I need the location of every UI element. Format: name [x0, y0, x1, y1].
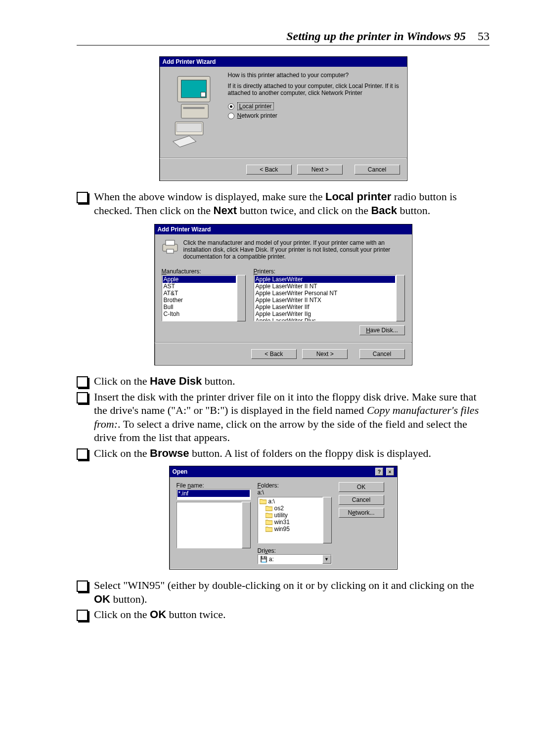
radio-dot-icon	[228, 103, 234, 110]
back-button[interactable]: < Back	[246, 165, 292, 175]
list-item[interactable]: AT&T	[163, 290, 236, 297]
svg-marker-7	[173, 136, 196, 147]
checkbox-bullet-icon	[77, 376, 88, 388]
help-button[interactable]: ?	[375, 468, 383, 476]
list-item[interactable]: Apple LaserWriter II NT	[255, 283, 395, 290]
page-number: 53	[478, 30, 490, 43]
header-rule	[77, 45, 490, 45]
filename-value: *.inf	[178, 490, 250, 497]
list-item[interactable]: win31	[259, 519, 322, 526]
radio-dot-icon	[228, 113, 234, 119]
svg-rect-2	[201, 92, 205, 96]
checkbox-bullet-icon	[77, 448, 88, 460]
printers-label: Printers:	[254, 268, 405, 275]
svg-rect-6	[177, 123, 202, 132]
folder-icon	[266, 505, 272, 511]
open-dialog: Open ? × File name: *.inf Folders: a:\	[169, 466, 398, 570]
svg-rect-10	[167, 249, 174, 253]
list-item[interactable]: Apple	[163, 276, 236, 283]
next-button[interactable]: Next >	[302, 349, 348, 359]
folder-icon	[266, 526, 272, 532]
add-printer-wizard-step2: Add Printer Wizard Click the manufacture…	[154, 224, 412, 365]
svg-rect-9	[166, 240, 175, 245]
list-item[interactable]: Brother	[163, 297, 236, 304]
network-printer-label: etwork printer	[241, 112, 277, 119]
checkbox-bullet-icon	[77, 580, 88, 592]
list-item[interactable]: a:\	[259, 498, 322, 505]
dropdown-arrow-icon: ▼	[322, 555, 331, 564]
have-disk-button[interactable]: Have Disk...	[359, 325, 405, 335]
scrollbar[interactable]	[237, 275, 246, 321]
checkbox-bullet-icon	[77, 192, 88, 203]
folder-icon	[266, 519, 272, 525]
cancel-button[interactable]: Cancel	[359, 349, 405, 359]
folders-path: a:\	[258, 489, 332, 496]
cancel-button[interactable]: Cancel	[339, 495, 384, 505]
instruction-text: Select "WIN95" (either by double-clickin…	[94, 578, 490, 606]
printers-listbox[interactable]: Apple LaserWriter Apple LaserWriter II N…	[254, 275, 396, 321]
folder-icon	[266, 512, 272, 518]
manufacturers-listbox[interactable]: Apple AST AT&T Brother Bull C-Itoh	[162, 275, 237, 321]
local-printer-label: ocal printer	[242, 103, 271, 110]
manufacturers-label: Manufacturers:	[162, 268, 246, 275]
printer-icon	[162, 239, 178, 254]
list-item[interactable]: AST	[163, 283, 236, 290]
scrollbar[interactable]	[396, 275, 405, 321]
page-header: Setting up the printer in Windows 95 53	[77, 30, 490, 43]
list-item[interactable]: utility	[259, 512, 322, 519]
list-item[interactable]: Apple LaserWriter II NTX	[255, 297, 395, 304]
dialog-titlebar: Add Printer Wizard	[155, 224, 412, 234]
folders-listbox[interactable]: a:\ os2 utility win31 win95	[258, 497, 323, 543]
drives-combo[interactable]: 💾 a: ▼	[258, 554, 332, 564]
list-item[interactable]: Apple LaserWriter IIf	[255, 304, 395, 311]
ok-button[interactable]: OK	[339, 482, 384, 492]
folders-label: Folders:	[258, 482, 332, 489]
filename-label: File name:	[177, 482, 251, 489]
wizard-instruction: Click the manufacturer and model of your…	[183, 239, 405, 260]
network-printer-radio[interactable]: Network printer	[228, 112, 400, 119]
close-button[interactable]: ×	[386, 468, 394, 476]
scrollbar[interactable]	[242, 502, 251, 548]
dialog-titlebar: Open ? ×	[170, 466, 397, 477]
drives-label: Drives:	[258, 547, 332, 554]
dialog-title: Add Printer Wizard	[158, 226, 211, 233]
wizard-explain: If it is directly attached to your compu…	[228, 83, 400, 96]
wizard-graphic	[167, 72, 221, 151]
files-listbox[interactable]	[177, 502, 242, 548]
cancel-button[interactable]: Cancel	[355, 165, 400, 175]
drives-value: 💾 a:	[258, 556, 322, 563]
instruction-text: Click on the Have Disk button.	[94, 374, 235, 388]
svg-rect-3	[181, 104, 208, 118]
list-item[interactable]: Apple LaserWriter Personal NT	[255, 290, 395, 297]
instruction-text: Insert the disk with the printer driver …	[94, 390, 490, 445]
next-button[interactable]: Next >	[297, 165, 343, 175]
checkbox-bullet-icon	[77, 610, 88, 621]
instruction-text: When the above window is displayed, make…	[94, 190, 490, 217]
list-item[interactable]: Apple LaserWriter	[255, 276, 395, 283]
checkbox-bullet-icon	[77, 392, 88, 403]
wizard-question: How is this printer attached to your com…	[228, 72, 400, 79]
list-item[interactable]: Bull	[163, 304, 236, 311]
list-item[interactable]: Apple LaserWriter IIg	[255, 311, 395, 317]
svg-rect-4	[183, 107, 204, 109]
instruction-text: Click on the Browse button. A list of fo…	[94, 446, 431, 460]
back-button[interactable]: < Back	[251, 349, 297, 359]
list-item[interactable]: os2	[259, 505, 322, 512]
add-printer-wizard-step1: Add Printer Wizard How is this printer a…	[159, 56, 407, 181]
network-button[interactable]: Network...	[339, 508, 384, 518]
scrollbar[interactable]	[323, 497, 332, 543]
instruction-text: Click on the OK button twice.	[94, 608, 225, 622]
section-title: Setting up the printer in Windows 95	[286, 30, 466, 43]
local-printer-radio[interactable]: Local printer	[228, 102, 400, 110]
filename-input[interactable]: *.inf	[177, 489, 251, 500]
list-item[interactable]: C-Itoh	[163, 311, 236, 317]
list-item[interactable]: Apple LaserWriter Plus	[255, 317, 395, 321]
list-item[interactable]: win95	[259, 526, 322, 533]
dialog-title: Open	[173, 468, 188, 475]
dialog-title: Add Printer Wizard	[163, 58, 216, 65]
folder-open-icon	[260, 498, 267, 504]
dialog-titlebar: Add Printer Wizard	[160, 57, 407, 67]
